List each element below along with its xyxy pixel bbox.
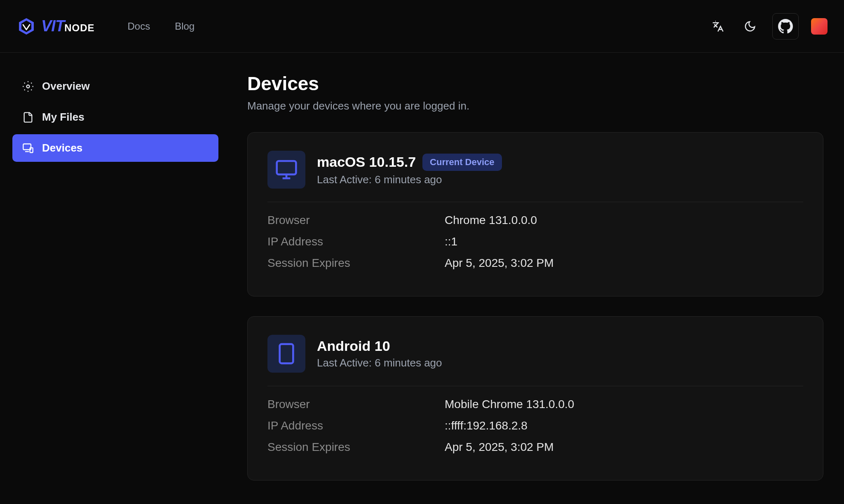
- detail-row-ip: IP Address ::1: [267, 235, 803, 248]
- device-card: Android 10 Last Active: 6 minutes ago Br…: [247, 316, 823, 481]
- divider: [267, 386, 803, 386]
- detail-value: Apr 5, 2025, 3:02 PM: [445, 441, 554, 454]
- device-info: macOS 10.15.7 Current Device Last Active…: [317, 154, 502, 186]
- files-icon: [22, 112, 34, 123]
- detail-row-expires: Session Expires Apr 5, 2025, 3:02 PM: [267, 441, 803, 454]
- nav-blog[interactable]: Blog: [175, 21, 195, 32]
- sidebar: Overview My Files Devices: [0, 53, 231, 504]
- detail-value: Chrome 131.0.0.0: [445, 214, 537, 227]
- desktop-icon: [267, 151, 305, 189]
- mobile-icon: [267, 335, 305, 373]
- device-name: Android 10: [317, 338, 390, 354]
- device-title-row: macOS 10.15.7 Current Device: [317, 154, 502, 171]
- detail-value: Apr 5, 2025, 3:02 PM: [445, 257, 554, 270]
- device-last-active: Last Active: 6 minutes ago: [317, 173, 502, 186]
- device-last-active: Last Active: 6 minutes ago: [317, 357, 442, 369]
- detail-row-browser: Browser Mobile Chrome 131.0.0.0: [267, 398, 803, 411]
- sidebar-item-myfiles[interactable]: My Files: [12, 103, 218, 131]
- detail-label: Session Expires: [267, 441, 445, 454]
- theme-toggle-icon[interactable]: [740, 16, 760, 36]
- nav-links: Docs Blog: [127, 21, 195, 32]
- logo[interactable]: VITNODE: [16, 16, 94, 36]
- device-title-row: Android 10: [317, 338, 442, 354]
- device-header: macOS 10.15.7 Current Device Last Active…: [267, 151, 803, 189]
- header: VITNODE Docs Blog: [0, 0, 844, 53]
- svg-rect-3: [277, 161, 296, 175]
- logo-text: VITNODE: [41, 17, 94, 35]
- detail-value: ::1: [445, 235, 457, 248]
- device-header: Android 10 Last Active: 6 minutes ago: [267, 335, 803, 373]
- detail-row-expires: Session Expires Apr 5, 2025, 3:02 PM: [267, 257, 803, 270]
- divider: [267, 202, 803, 202]
- svg-point-0: [27, 85, 30, 88]
- page-subtitle: Manage your devices where you are logged…: [247, 100, 823, 112]
- detail-row-ip: IP Address ::ffff:192.168.2.8: [267, 419, 803, 432]
- sidebar-item-label: Devices: [42, 142, 82, 154]
- device-icon: [22, 142, 34, 154]
- sidebar-item-label: Overview: [42, 80, 90, 93]
- header-right: [708, 13, 828, 40]
- page-title: Devices: [247, 72, 823, 95]
- device-name: macOS 10.15.7: [317, 154, 416, 170]
- language-icon[interactable]: [708, 16, 728, 36]
- detail-label: Session Expires: [267, 257, 445, 270]
- sidebar-item-devices[interactable]: Devices: [12, 134, 218, 162]
- sidebar-item-overview[interactable]: Overview: [12, 72, 218, 100]
- main-container: Overview My Files Devices Devices Manage…: [0, 53, 844, 504]
- current-device-badge: Current Device: [422, 154, 502, 171]
- detail-row-browser: Browser Chrome 131.0.0.0: [267, 214, 803, 227]
- github-icon[interactable]: [772, 13, 799, 40]
- device-card: macOS 10.15.7 Current Device Last Active…: [247, 132, 823, 296]
- detail-label: Browser: [267, 398, 445, 411]
- detail-label: IP Address: [267, 235, 445, 248]
- detail-value: Mobile Chrome 131.0.0.0: [445, 398, 574, 411]
- sidebar-item-label: My Files: [42, 111, 84, 124]
- user-avatar[interactable]: [811, 18, 828, 35]
- device-info: Android 10 Last Active: 6 minutes ago: [317, 338, 442, 369]
- content: Devices Manage your devices where you ar…: [231, 53, 844, 504]
- header-left: VITNODE Docs Blog: [16, 16, 195, 36]
- detail-value: ::ffff:192.168.2.8: [445, 419, 528, 432]
- detail-label: Browser: [267, 214, 445, 227]
- nav-docs[interactable]: Docs: [127, 21, 150, 32]
- logo-icon: [16, 16, 36, 36]
- gear-icon: [22, 81, 34, 92]
- detail-label: IP Address: [267, 419, 445, 432]
